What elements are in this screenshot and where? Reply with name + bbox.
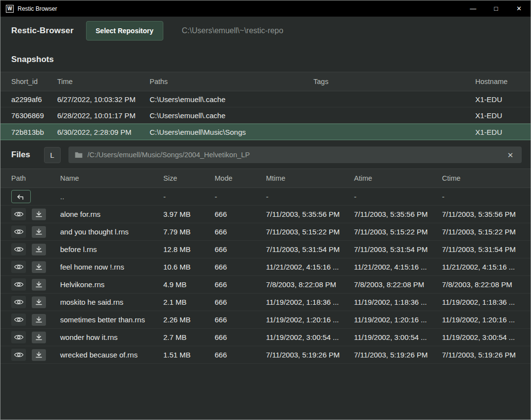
file-name: before l.rns bbox=[60, 245, 163, 253]
download-file-button[interactable] bbox=[32, 226, 46, 238]
eye-icon bbox=[14, 334, 23, 341]
titlebar[interactable]: W Restic Browser — □ ✕ bbox=[0, 0, 531, 17]
file-row[interactable]: sometimes better than.rns 2.26 MB 666 11… bbox=[0, 311, 531, 329]
file-mtime: 7/11/2003, 5:15:22 PM bbox=[266, 228, 354, 236]
file-atime: 7/11/2003, 5:19:26 PM bbox=[354, 351, 442, 359]
minimize-button[interactable]: — bbox=[462, 0, 485, 17]
download-file-button[interactable] bbox=[32, 296, 46, 308]
preview-file-button[interactable] bbox=[11, 243, 26, 255]
file-row[interactable]: alone for.rns 3.97 MB 666 7/11/2003, 5:3… bbox=[0, 206, 531, 223]
snapshot-row[interactable]: 72b813bb6/30/2022, 2:28:09 PMC:\Users\em… bbox=[0, 124, 531, 140]
clear-path-icon: ✕ bbox=[507, 151, 513, 159]
file-mode: 666 bbox=[215, 228, 266, 236]
file-size: 1.51 MB bbox=[163, 351, 215, 359]
preview-file-button[interactable] bbox=[11, 261, 26, 273]
file-mode: 666 bbox=[215, 280, 266, 289]
app-name: Restic-Browser bbox=[11, 26, 74, 36]
file-row[interactable]: feel home now !.rns 10.6 MB 666 11/21/20… bbox=[0, 258, 531, 276]
file-name: alone for.rns bbox=[60, 210, 163, 218]
file-ctime: 7/11/2003, 5:19:26 PM bbox=[442, 351, 520, 359]
file-atime: 7/11/2003, 5:35:56 PM bbox=[354, 210, 442, 218]
file-row[interactable]: wrecked because of.rns 1.51 MB 666 7/11/… bbox=[0, 346, 531, 364]
files-root-button[interactable]: L bbox=[44, 147, 61, 163]
file-size: 12.8 MB bbox=[163, 245, 215, 253]
preview-file-button[interactable] bbox=[11, 208, 26, 220]
files-column-ctime: Ctime bbox=[442, 174, 520, 182]
file-atime: 7/11/2003, 5:15:22 PM bbox=[354, 228, 442, 236]
file-mtime: 11/19/2002, 1:18:36 ... bbox=[266, 298, 354, 306]
download-icon bbox=[35, 263, 43, 271]
file-size: 2.1 MB bbox=[163, 298, 215, 306]
eye-icon bbox=[14, 263, 23, 271]
eye-icon bbox=[14, 246, 23, 253]
file-row[interactable]: wonder how it.rns 2.7 MB 666 11/19/2002,… bbox=[0, 329, 531, 346]
download-icon bbox=[35, 228, 43, 235]
file-name: sometimes better than.rns bbox=[60, 315, 163, 324]
files-column-name: Name bbox=[60, 174, 163, 182]
files-section: Files L /C:/Users/emuell/Music/Songs/200… bbox=[0, 140, 531, 364]
snapshots-column-time: Time bbox=[57, 78, 150, 85]
download-file-button[interactable] bbox=[32, 279, 46, 291]
files-column-atime: Atime bbox=[354, 174, 442, 182]
file-row-actions bbox=[11, 208, 60, 220]
file-mode: - bbox=[215, 192, 266, 201]
file-mtime: 11/19/2002, 3:00:54 ... bbox=[266, 333, 354, 341]
files-column-size: Size bbox=[163, 174, 215, 182]
app-logo-icon: W bbox=[6, 5, 14, 13]
snapshot-row[interactable]: a2299af66/27/2022, 10:03:32 PMC:\Users\e… bbox=[0, 91, 531, 107]
file-row[interactable]: moskito he said.rns 2.1 MB 666 11/19/200… bbox=[0, 294, 531, 311]
snapshot-short-id: 72b813bb bbox=[11, 128, 57, 136]
eye-icon bbox=[14, 210, 23, 218]
file-ctime: 7/11/2003, 5:35:56 PM bbox=[442, 210, 520, 218]
file-mode: 666 bbox=[215, 263, 266, 271]
file-row-actions bbox=[11, 314, 60, 326]
file-atime: - bbox=[354, 192, 442, 201]
select-repository-button[interactable]: Select Repository bbox=[86, 21, 163, 41]
snapshots-section: Snapshots Short_idTimePathsTagsHostname … bbox=[0, 44, 531, 140]
file-row[interactable]: Helvikone.rns 4.9 MB 666 7/8/2003, 8:22:… bbox=[0, 276, 531, 294]
files-path-value: /C:/Users/emuell/Music/Songs/2004_Helvet… bbox=[88, 151, 501, 159]
file-atime: 11/19/2002, 3:00:54 ... bbox=[354, 333, 442, 341]
file-size: - bbox=[163, 192, 215, 201]
maximize-button[interactable]: □ bbox=[485, 0, 508, 17]
download-file-button[interactable] bbox=[32, 314, 46, 326]
download-file-button[interactable] bbox=[32, 349, 46, 361]
preview-file-button[interactable] bbox=[11, 226, 26, 238]
download-file-button[interactable] bbox=[32, 261, 46, 273]
preview-file-button[interactable] bbox=[11, 296, 26, 308]
file-row-actions bbox=[11, 278, 60, 291]
file-ctime: - bbox=[442, 192, 520, 201]
preview-file-button[interactable] bbox=[11, 278, 26, 291]
download-file-button[interactable] bbox=[32, 332, 46, 343]
file-mtime: 11/21/2002, 4:15:16 ... bbox=[266, 263, 354, 271]
snapshots-column-short-id: Short_id bbox=[11, 78, 57, 85]
close-button[interactable]: ✕ bbox=[508, 0, 531, 17]
files-column-path: Path bbox=[11, 174, 60, 182]
preview-file-button[interactable] bbox=[11, 349, 26, 361]
file-row[interactable]: before l.rns 12.8 MB 666 7/11/2003, 5:31… bbox=[0, 241, 531, 258]
clear-path-button[interactable]: ✕ bbox=[505, 150, 515, 160]
eye-icon bbox=[14, 316, 23, 323]
file-row[interactable]: and you thought l.rns 7.79 MB 666 7/11/2… bbox=[0, 223, 531, 241]
snapshots-header: Short_idTimePathsTagsHostname bbox=[0, 72, 531, 91]
file-ctime: 7/11/2003, 5:15:22 PM bbox=[442, 228, 520, 236]
go-up-button[interactable] bbox=[11, 190, 31, 203]
download-file-button[interactable] bbox=[32, 209, 46, 220]
snapshot-hostname: X1-EDU bbox=[475, 95, 520, 104]
file-mode: 666 bbox=[215, 210, 266, 218]
file-size: 4.9 MB bbox=[163, 280, 215, 289]
preview-file-button[interactable] bbox=[11, 331, 26, 343]
preview-file-button[interactable] bbox=[11, 314, 26, 326]
file-size: 2.7 MB bbox=[163, 333, 215, 341]
download-file-button[interactable] bbox=[32, 244, 46, 255]
file-mode: 666 bbox=[215, 245, 266, 253]
file-row-actions bbox=[11, 261, 60, 273]
snapshot-row[interactable]: 763068696/28/2022, 10:01:17 PMC:\Users\e… bbox=[0, 107, 531, 124]
file-size: 2.26 MB bbox=[163, 315, 215, 324]
file-mtime: 7/11/2003, 5:19:26 PM bbox=[266, 351, 354, 359]
file-size: 7.79 MB bbox=[163, 228, 215, 236]
file-size: 3.97 MB bbox=[163, 210, 215, 218]
file-atime: 11/21/2002, 4:15:16 ... bbox=[354, 263, 442, 271]
files-path-input[interactable]: /C:/Users/emuell/Music/Songs/2004_Helvet… bbox=[68, 147, 522, 163]
parent-directory-row[interactable]: .. - - - - - bbox=[0, 188, 531, 206]
